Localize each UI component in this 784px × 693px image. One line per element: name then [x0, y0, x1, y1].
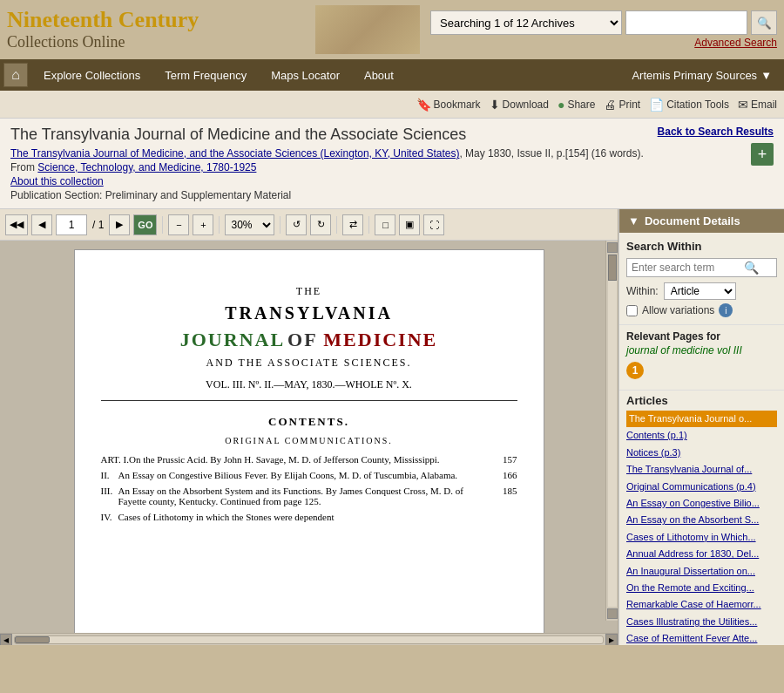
entry2-page: 166 — [491, 470, 517, 480]
nav-maps-locator[interactable]: Maps Locator — [259, 59, 352, 91]
citation-icon: 📄 — [649, 98, 664, 112]
h-scroll-thumb[interactable] — [15, 636, 50, 643]
info-icon[interactable]: i — [719, 303, 733, 317]
viewer-content[interactable]: THE TRANSYLVANIA JOURNAL OF MEDICINE AND… — [0, 241, 618, 633]
article-item-8[interactable]: Annual Address for 1830, Del... — [626, 546, 777, 562]
article-item-11[interactable]: Remarkable Case of Haemorr... — [626, 596, 777, 613]
page-prev-button[interactable]: ◀ — [31, 214, 52, 235]
article-item-4[interactable]: Original Communications (p.4) — [626, 479, 777, 495]
entry3-num: III. — [101, 486, 118, 496]
article-item-0[interactable]: The Transylvania Journal o... — [626, 411, 777, 427]
citation-tools-button[interactable]: 📄 Citation Tools — [649, 98, 729, 112]
bookmark-button[interactable]: 🔖 Bookmark — [416, 98, 481, 112]
logo-line2: Collections Online — [7, 33, 199, 51]
search-within-input[interactable] — [627, 259, 740, 276]
artemis-primary-sources-menu[interactable]: Artemis Primary Sources ▼ — [623, 62, 781, 89]
from-link[interactable]: Science, Technology, and Medicine, 1780-… — [37, 161, 256, 173]
right-panel: ▼ Document Details Search Within 🔍 Withi… — [618, 209, 784, 645]
allow-variations-checkbox[interactable] — [626, 305, 638, 316]
share-icon: ● — [558, 98, 564, 112]
info-i: i — [725, 306, 727, 316]
article-item-9[interactable]: An Inaugural Dissertation on... — [626, 563, 777, 580]
print-label: Print — [618, 99, 640, 111]
share-button[interactable]: ● Share — [558, 98, 596, 112]
scroll-down-button[interactable] — [607, 608, 618, 619]
citation-link[interactable]: The Transylvania Journal of Medicine, an… — [10, 147, 459, 160]
toolbar-separator — [162, 216, 163, 234]
article-item-3[interactable]: The Transylvania Journal of... — [626, 461, 777, 478]
two-page-button[interactable]: ▣ — [399, 214, 420, 235]
page-the: THE TRANSYLVANIA JOURNAL OF MEDICINE AND… — [101, 285, 517, 391]
page-contents: CONTENTS. — [101, 415, 517, 429]
within-select[interactable]: Article Document Collection — [664, 282, 736, 300]
page-next-button[interactable]: ▶ — [109, 214, 130, 235]
from-label: From — [10, 161, 35, 173]
article-item-2[interactable]: Notices (p.3) — [626, 445, 777, 461]
search-area: Searching 1 of 12 Archives 🔍 Advanced Se… — [430, 10, 777, 49]
toolbar-separator2 — [219, 216, 220, 234]
article-item-5[interactable]: An Essay on Congestive Bilio... — [626, 495, 777, 512]
bookmark-icon: 🔖 — [416, 98, 431, 112]
add-icon: + — [758, 146, 767, 164]
article-item-12[interactable]: Cases Illustrating the Utilities... — [626, 614, 777, 630]
scroll-thumb[interactable] — [608, 255, 617, 281]
about-collection-link[interactable]: About this collection — [10, 175, 644, 187]
back-to-search-link[interactable]: Back to Search Results — [658, 126, 774, 138]
fullscreen-button[interactable]: ⛶ — [423, 214, 444, 235]
search-within-input-row: 🔍 — [626, 258, 777, 277]
print-button[interactable]: 🖨 Print — [604, 98, 640, 112]
doc-details-arrow-icon: ▼ — [628, 214, 639, 228]
rotate-left-button[interactable]: ↺ — [286, 214, 307, 235]
article-item-10[interactable]: On the Remote and Exciting... — [626, 580, 777, 596]
single-page-button[interactable]: □ — [375, 214, 395, 235]
download-button[interactable]: ⬇ Download — [490, 98, 549, 112]
zoom-select[interactable]: 10%20%30%40%50%75%100% — [225, 214, 274, 235]
h-scroll-track — [14, 635, 604, 644]
horizontal-scrollbar[interactable]: ◂ ▸ — [0, 633, 618, 645]
nav-about[interactable]: About — [352, 59, 406, 91]
page-entry-1: ART. I. On the Prussic Acid. By John H. … — [101, 454, 517, 465]
nav-explore-collections[interactable]: Explore Collections — [31, 59, 152, 91]
home-button[interactable]: ⌂ — [3, 63, 28, 87]
article-item-7[interactable]: Cases of Lithotomy in Which... — [626, 529, 777, 546]
articles-section: Articles The Transylvania Journal o...Co… — [619, 390, 784, 645]
advanced-search-link[interactable]: Advanced Search — [694, 37, 777, 49]
page-first-button[interactable]: ◀◀ — [5, 214, 28, 235]
search-within-button[interactable]: 🔍 — [740, 259, 762, 276]
document-details-header[interactable]: ▼ Document Details — [619, 209, 784, 233]
bookmark-label: Bookmark — [434, 99, 481, 111]
article-item-6[interactable]: An Essay on the Absorbent S... — [626, 512, 777, 528]
search-within-title: Search Within — [626, 240, 777, 253]
search-archives-select[interactable]: Searching 1 of 12 Archives — [430, 10, 622, 35]
scroll-up-button[interactable] — [607, 242, 618, 253]
article-item-13[interactable]: Case of Remittent Fever Atte... — [626, 630, 777, 645]
flip-button[interactable]: ⇄ — [342, 214, 363, 235]
print-icon: 🖨 — [604, 98, 616, 112]
document-page: THE TRANSYLVANIA JOURNAL OF MEDICINE AND… — [74, 249, 544, 633]
scroll-left-button[interactable]: ◂ — [0, 634, 12, 646]
nav-term-frequency[interactable]: Term Frequency — [152, 59, 259, 91]
toolbar-separator4 — [336, 216, 337, 234]
citation-rest: , May 1830, Issue II, p.[154] (16 words)… — [459, 147, 643, 160]
page-number-input[interactable]: 1 — [56, 214, 87, 235]
search-button[interactable]: 🔍 — [751, 10, 777, 35]
page-of-text: OF — [287, 329, 323, 350]
article-item-1[interactable]: Contents (p.1) — [626, 427, 777, 444]
add-button[interactable]: + — [751, 143, 774, 166]
toolbar-separator3 — [280, 216, 280, 234]
search-input[interactable] — [625, 10, 747, 35]
go-button[interactable]: GO — [133, 214, 157, 235]
entry1-text: On the Prussic Acid. By John H. Savage, … — [129, 454, 491, 465]
page-journal-text: JOURNAL — [180, 329, 285, 350]
zoom-in-button[interactable]: + — [193, 214, 213, 235]
scroll-right-button[interactable]: ▸ — [605, 634, 618, 646]
search-within-icon: 🔍 — [744, 261, 759, 275]
rotate-right-button[interactable]: ↻ — [310, 214, 331, 235]
page-journal-row: JOURNAL OF MEDICINE — [101, 329, 517, 351]
within-label: Within: — [626, 285, 659, 297]
page-total: / 1 — [91, 219, 105, 231]
email-button[interactable]: ✉ Email — [738, 98, 777, 112]
document-citation: The Transylvania Journal of Medicine, an… — [10, 147, 644, 160]
zoom-out-button[interactable]: − — [168, 214, 189, 235]
vertical-scrollbar[interactable] — [605, 241, 618, 621]
